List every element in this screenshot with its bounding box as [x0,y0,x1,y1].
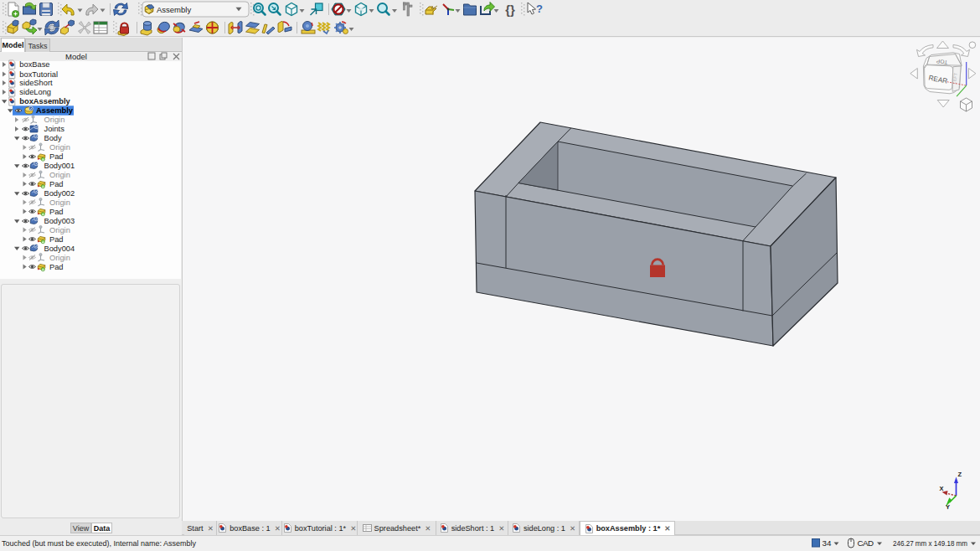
svg-text:Origin: Origin [49,254,70,262]
svg-text:Origin: Origin [49,198,70,207]
svg-text:Body004: Body004 [44,245,75,253]
svg-text:Y: Y [946,503,950,511]
svg-text:Origin: Origin [49,226,70,234]
svg-text:246.27 mm x 149.18 mm: 246.27 mm x 149.18 mm [893,538,967,548]
svg-text:Body001: Body001 [44,162,75,170]
svg-text:Body: Body [44,134,63,142]
svg-text:Assembly: Assembly [36,106,74,115]
svg-text:X: X [940,485,944,492]
svg-text:sideShort: sideShort [19,79,53,87]
svg-text:Joints: Joints [44,125,65,133]
svg-text:sideLong: sideLong [19,88,51,96]
svg-text:Z: Z [958,471,962,478]
svg-text:Pad: Pad [49,235,64,244]
svg-text:Pad: Pad [49,263,64,271]
svg-text:CAD: CAD [858,538,874,548]
svg-text:boxBase: boxBase [19,60,49,69]
svg-text:?: ? [536,3,543,15]
svg-text:Body002: Body002 [44,189,75,198]
svg-text:Pad: Pad [49,208,64,216]
svg-text:Origin: Origin [44,116,65,124]
svg-text:Origin: Origin [49,143,70,152]
svg-text:boxTutorial: boxTutorial [19,70,58,79]
svg-text:Pad: Pad [49,152,64,161]
svg-text:34: 34 [823,538,832,548]
svg-text:boxAssembly: boxAssembly [19,97,70,106]
svg-text:{}: {} [505,3,515,17]
svg-text:Body003: Body003 [44,217,75,225]
svg-text:Origin: Origin [49,171,70,179]
svg-text:Assembly: Assembly [157,5,191,14]
svg-text:Pad: Pad [49,180,64,188]
